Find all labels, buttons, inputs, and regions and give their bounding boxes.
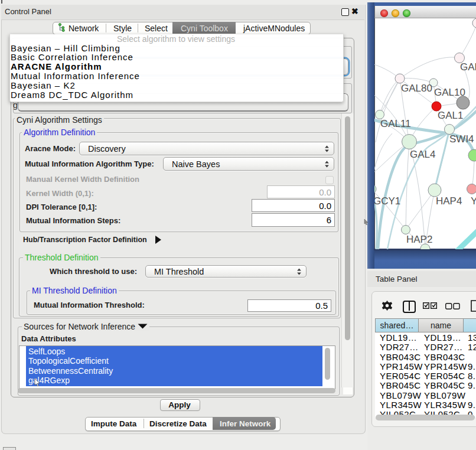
- svg-text:GAL1: GAL1: [438, 110, 463, 121]
- svg-text:YD: YD: [471, 195, 476, 207]
- svg-text:GAL7: GAL7: [460, 61, 476, 73]
- svg-text:GAL10: GAL10: [434, 87, 465, 98]
- svg-text:SWI4: SWI4: [449, 133, 474, 145]
- svg-text:HAP2: HAP2: [406, 234, 432, 245]
- svg-text:GAL80: GAL80: [401, 83, 432, 94]
- svg-text:HAP4: HAP4: [436, 195, 462, 207]
- svg-text:GAL4: GAL4: [410, 149, 435, 160]
- svg-text:GCY1: GCY1: [374, 195, 400, 207]
- svg-text:GAL11: GAL11: [380, 118, 411, 129]
